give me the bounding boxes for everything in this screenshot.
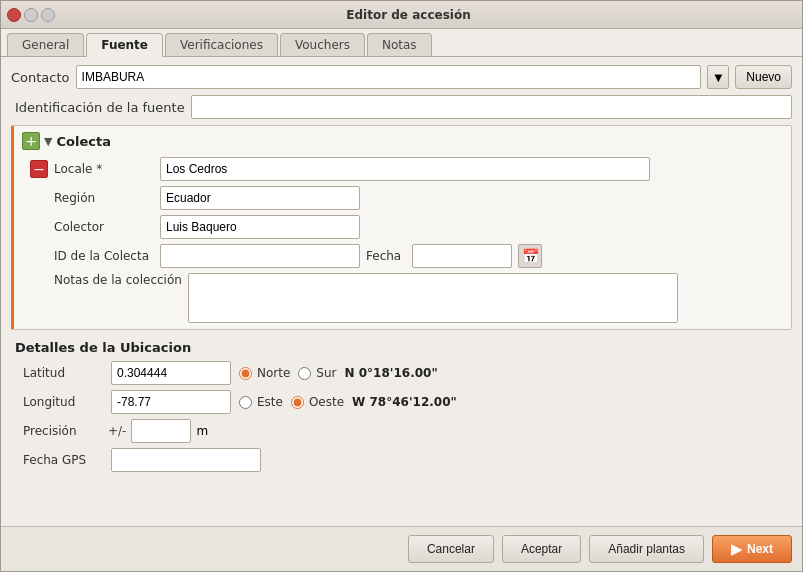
sur-label: Sur (316, 366, 336, 380)
colecta-header: + ▼ Colecta (22, 132, 783, 150)
content-area: Contacto ▼ Nuevo Identificación de la fu… (1, 57, 802, 526)
tab-vouchers[interactable]: Vouchers (280, 33, 365, 56)
notas-row: Notas de la colección (22, 273, 783, 323)
contacto-row: Contacto ▼ Nuevo (11, 65, 792, 89)
window-controls (7, 8, 55, 22)
norte-coord: N 0°18'16.00" (345, 366, 438, 380)
longitud-input[interactable] (111, 390, 231, 414)
region-input[interactable] (160, 186, 360, 210)
longitud-row: Longitud Este Oeste W 78°46'12.00" (15, 390, 792, 414)
notas-label: Notas de la colección (54, 273, 182, 287)
region-row: Región (22, 186, 783, 210)
colecta-section: + ▼ Colecta − Locale * Región (11, 125, 792, 330)
precision-row: Precisión +/- m (15, 419, 792, 443)
locale-label: Locale * (54, 162, 154, 176)
tab-verificaciones[interactable]: Verificaciones (165, 33, 278, 56)
tab-general[interactable]: General (7, 33, 84, 56)
sur-radio-group: Sur (298, 366, 336, 380)
oeste-radio[interactable] (291, 396, 304, 409)
anadir-plantas-button[interactable]: Añadir plantas (589, 535, 704, 563)
next-label: Next (747, 542, 773, 556)
norte-radio[interactable] (239, 367, 252, 380)
oeste-radio-group: Oeste (291, 395, 344, 409)
window-title: Editor de accesión (61, 8, 756, 22)
locale-remove-button[interactable]: − (30, 160, 48, 178)
titlebar: Editor de accesión (1, 1, 802, 29)
m-label: m (196, 424, 208, 438)
identificacion-input[interactable] (191, 95, 792, 119)
id-colecta-label: ID de la Colecta (54, 249, 154, 263)
este-radio-group: Este (239, 395, 283, 409)
main-window: Editor de accesión General Fuente Verifi… (0, 0, 803, 572)
este-radio[interactable] (239, 396, 252, 409)
pm-label: +/- (108, 424, 126, 438)
notas-textarea[interactable] (188, 273, 678, 323)
collapse-icon: ▼ (44, 135, 52, 148)
fecha-gps-row: Fecha GPS (15, 448, 792, 472)
latitud-label: Latitud (23, 366, 103, 380)
minimize-button[interactable] (24, 8, 38, 22)
norte-label: Norte (257, 366, 290, 380)
detalles-section: Detalles de la Ubicacion Latitud Norte S… (11, 336, 792, 472)
detalles-title: Detalles de la Ubicacion (15, 340, 792, 355)
precision-input[interactable] (131, 419, 191, 443)
contacto-label: Contacto (11, 70, 70, 85)
close-button[interactable] (7, 8, 21, 22)
contacto-dropdown-button[interactable]: ▼ (707, 65, 729, 89)
next-arrow-icon: ▶ (731, 541, 742, 557)
identificacion-label: Identificación de la fuente (15, 100, 185, 115)
nuevo-button[interactable]: Nuevo (735, 65, 792, 89)
cancelar-button[interactable]: Cancelar (408, 535, 494, 563)
latitud-input[interactable] (111, 361, 231, 385)
norte-radio-group: Norte (239, 366, 290, 380)
tab-notas[interactable]: Notas (367, 33, 432, 56)
footer: Cancelar Aceptar Añadir plantas ▶ Next (1, 526, 802, 571)
tab-fuente[interactable]: Fuente (86, 33, 163, 57)
sur-radio[interactable] (298, 367, 311, 380)
fecha-gps-label: Fecha GPS (23, 453, 103, 467)
identificacion-row: Identificación de la fuente (15, 95, 792, 119)
oeste-coord: W 78°46'12.00" (352, 395, 457, 409)
fecha-label: Fecha (366, 249, 406, 263)
este-label: Este (257, 395, 283, 409)
tab-content: Contacto ▼ Nuevo Identificación de la fu… (1, 56, 802, 571)
calendar-button[interactable]: 📅 (518, 244, 542, 268)
locale-input[interactable] (160, 157, 650, 181)
latitud-row: Latitud Norte Sur N 0°18'16.00" (15, 361, 792, 385)
aceptar-button[interactable]: Aceptar (502, 535, 581, 563)
precision-label: Precisión (23, 424, 103, 438)
fecha-gps-input[interactable] (111, 448, 261, 472)
colecta-title: Colecta (56, 134, 110, 149)
maximize-button[interactable] (41, 8, 55, 22)
fecha-input[interactable] (412, 244, 512, 268)
next-button[interactable]: ▶ Next (712, 535, 792, 563)
oeste-label: Oeste (309, 395, 344, 409)
colector-input[interactable] (160, 215, 360, 239)
region-label: Región (54, 191, 154, 205)
contacto-input[interactable] (76, 65, 702, 89)
tab-bar: General Fuente Verificaciones Vouchers N… (1, 29, 802, 56)
id-colecta-input[interactable] (160, 244, 360, 268)
locale-row: − Locale * (22, 157, 783, 181)
id-colecta-row: ID de la Colecta Fecha 📅 (22, 244, 783, 268)
colector-label: Colector (54, 220, 154, 234)
colecta-add-button[interactable]: + (22, 132, 40, 150)
colector-row: Colector (22, 215, 783, 239)
longitud-label: Longitud (23, 395, 103, 409)
